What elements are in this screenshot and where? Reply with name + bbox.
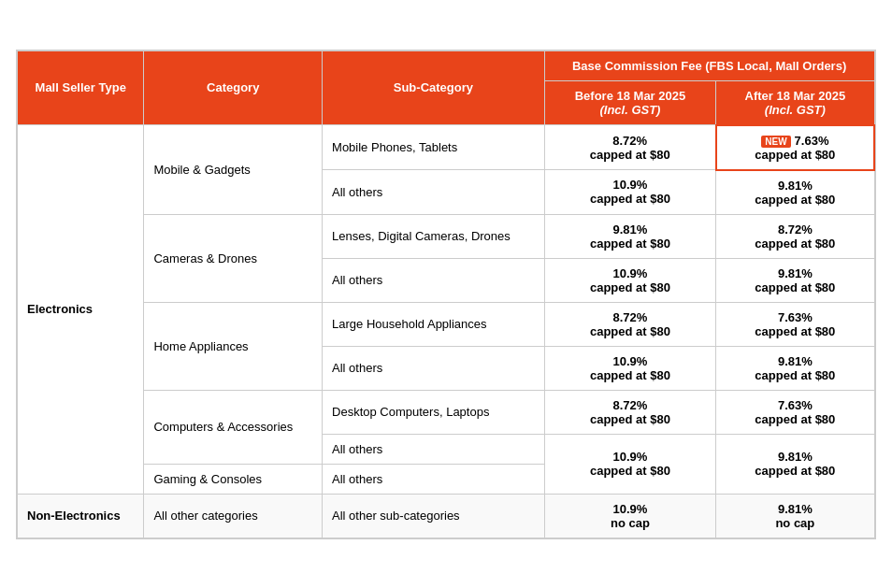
seller-type-electronics: Electronics [18,125,144,495]
after-lenses: 8.72%capped at $80 [716,214,874,258]
after-large-appliances: 7.63%capped at $80 [716,302,874,346]
seller-type-non-electronics: Non-Electronics [18,494,144,538]
category-gaming-consoles: Gaming & Consoles [144,464,323,494]
subcategory-lenses: Lenses, Digital Cameras, Drones [323,214,545,258]
before-mobile-phones: 8.72%capped at $80 [544,125,716,170]
new-badge: NEW [761,136,790,148]
header-mall-seller-type: Mall Seller Type [18,50,144,125]
subcategory-computers-others: All others [323,434,545,464]
after-desktop-laptops: 7.63%capped at $80 [716,390,874,434]
before-computers-others: 10.9%capped at $80 [544,434,716,494]
commission-table-container: Mall Seller Type Category Sub-Category B… [16,50,876,539]
category-home-appliances: Home Appliances [144,302,323,390]
before-large-appliances: 8.72%capped at $80 [544,302,716,346]
subcategory-mobile-phones: Mobile Phones, Tablets [323,125,545,170]
subcategory-desktop-laptops: Desktop Computers, Laptops [323,390,545,434]
before-mobile-others: 10.9%capped at $80 [544,170,716,215]
header-after: After 18 Mar 2025 (Incl. GST) [716,80,874,125]
after-mobile-phones: NEW7.63%capped at $80 [716,125,874,170]
category-cameras-drones: Cameras & Drones [144,214,323,302]
header-before: Before 18 Mar 2025 (Incl. GST) [544,80,716,125]
subcategory-gaming-others: All others [323,464,545,494]
after-appliances-others: 9.81%capped at $80 [716,346,874,390]
table-row: Cameras & Drones Lenses, Digital Cameras… [18,214,875,258]
category-mobile-gadgets: Mobile & Gadgets [144,125,323,215]
before-non-electronics: 10.9%no cap [544,494,716,538]
before-lenses: 9.81%capped at $80 [544,214,716,258]
category-computers-accessories: Computers & Accessories [144,390,323,464]
before-appliances-others: 10.9%capped at $80 [544,346,716,390]
after-computers-others: 9.81%capped at $80 [716,434,874,494]
before-desktop-laptops: 8.72%capped at $80 [544,390,716,434]
subcategory-large-appliances: Large Household Appliances [323,302,545,346]
subcategory-all-other: All other sub-categories [323,494,545,538]
table-row: Computers & Accessories Desktop Computer… [18,390,875,434]
table-row: Electronics Mobile & Gadgets Mobile Phon… [18,125,875,170]
table-row: Home Appliances Large Household Applianc… [18,302,875,346]
after-non-electronics: 9.81%no cap [716,494,874,538]
after-mobile-others: 9.81%capped at $80 [716,170,874,215]
header-sub-category: Sub-Category [323,50,545,125]
subcategory-appliances-others: All others [323,346,545,390]
after-cameras-others: 9.81%capped at $80 [716,258,874,302]
header-base-commission: Base Commission Fee (FBS Local, Mall Ord… [544,50,874,80]
before-cameras-others: 10.9%capped at $80 [544,258,716,302]
header-category: Category [144,50,323,125]
subcategory-mobile-others: All others [323,170,545,215]
category-all-other: All other categories [144,494,323,538]
subcategory-cameras-others: All others [323,258,545,302]
table-row: Non-Electronics All other categories All… [18,494,875,538]
